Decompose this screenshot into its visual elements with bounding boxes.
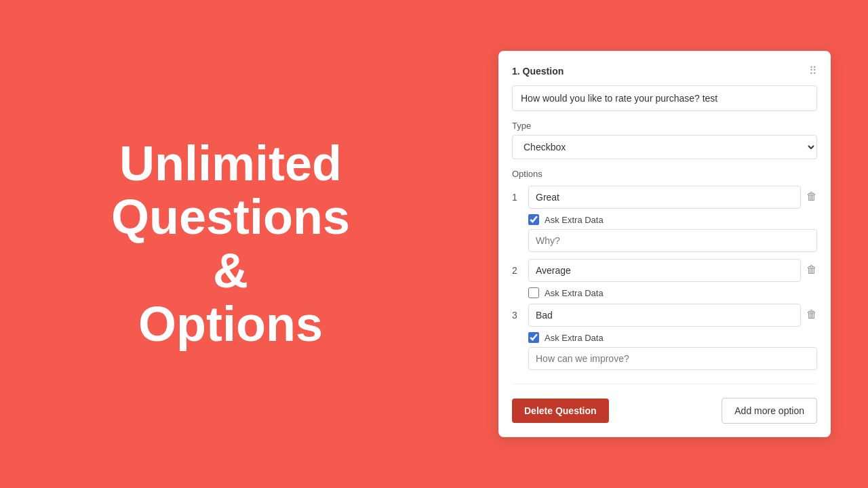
extra-data-checkbox-2[interactable] (528, 287, 539, 298)
add-more-option-button[interactable]: Add more option (722, 398, 817, 424)
extra-data-checkbox-1[interactable] (528, 214, 539, 225)
option-row-3: 3 🗑 (512, 304, 817, 327)
option-number-1: 1 (512, 186, 523, 203)
extra-data-row-3: Ask Extra Data (528, 332, 817, 343)
hero-line1: Unlimited (119, 136, 342, 190)
delete-question-button[interactable]: Delete Question (512, 399, 609, 423)
extra-data-row-2: Ask Extra Data (528, 287, 817, 298)
hero-line3: & (213, 243, 248, 298)
hero-text: Unlimited Questions & Options (111, 137, 350, 352)
delete-option-3-icon[interactable]: 🗑 (806, 304, 817, 321)
extra-data-input-3[interactable] (528, 347, 817, 370)
options-label: Options (512, 169, 817, 179)
question-card: 1. Question ⠿ Type Checkbox Radio Text D… (498, 51, 831, 437)
right-panel: 1. Question ⠿ Type Checkbox Radio Text D… (461, 0, 868, 488)
option-input-wrapper-3 (528, 304, 801, 327)
option-input-2[interactable] (528, 259, 801, 282)
option-number-2: 2 (512, 259, 523, 276)
card-divider (512, 384, 817, 384)
drag-icon[interactable]: ⠿ (809, 64, 817, 77)
delete-option-1-icon[interactable]: 🗑 (806, 186, 817, 203)
extra-data-label-1: Ask Extra Data (545, 215, 604, 225)
question-label: 1. Question (512, 66, 564, 77)
extra-data-row-1: Ask Extra Data (528, 214, 817, 225)
extra-data-label-2: Ask Extra Data (545, 288, 604, 298)
extra-data-input-1[interactable] (528, 229, 817, 252)
extra-data-checkbox-3[interactable] (528, 332, 539, 343)
option-number-3: 3 (512, 304, 523, 321)
card-footer: Delete Question Add more option (512, 395, 817, 424)
hero-line4: Options (138, 297, 323, 351)
type-select[interactable]: Checkbox Radio Text Dropdown (512, 135, 817, 159)
option-input-3[interactable] (528, 304, 801, 327)
question-input[interactable] (512, 85, 817, 111)
option-input-wrapper-1 (528, 186, 801, 209)
extra-data-label-3: Ask Extra Data (545, 333, 604, 343)
card-header: 1. Question ⠿ (512, 64, 817, 77)
left-panel: Unlimited Questions & Options (0, 0, 461, 488)
type-label: Type (512, 121, 817, 131)
hero-line2: Questions (111, 190, 350, 244)
option-input-wrapper-2 (528, 259, 801, 282)
delete-option-2-icon[interactable]: 🗑 (806, 259, 817, 276)
option-row-1: 1 🗑 (512, 186, 817, 209)
option-input-1[interactable] (528, 186, 801, 209)
option-row-2: 2 🗑 (512, 259, 817, 282)
